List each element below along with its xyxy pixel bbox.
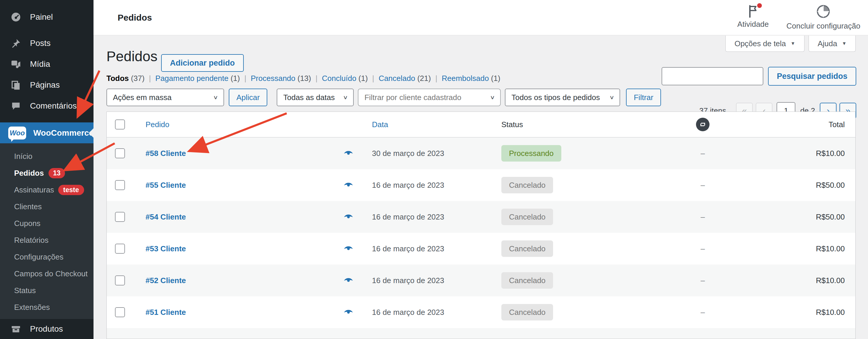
order-date: 16 de março de 2023 — [366, 181, 490, 190]
order-row: #53 Cliente 16 de março de 2023 Cancelad… — [107, 233, 855, 264]
order-total: R$10.00 — [816, 244, 855, 253]
preview-eye-icon[interactable] — [343, 244, 354, 253]
order-notes: – — [701, 149, 705, 158]
submenu-item-cupons[interactable]: Cupons — [0, 215, 93, 232]
sidebar-item-label: Painel — [30, 12, 53, 22]
filter-button[interactable]: Filtrar — [626, 89, 661, 106]
row-checkbox[interactable] — [115, 276, 125, 285]
preview-eye-icon[interactable] — [343, 180, 354, 190]
filter-pagamento-pendente[interactable]: Pagamento pendente (1) — [155, 74, 240, 83]
preview-eye-icon[interactable] — [343, 212, 354, 222]
add-order-button[interactable]: Adicionar pedido — [161, 54, 244, 72]
preview-eye-icon[interactable] — [343, 308, 354, 317]
select-all-checkbox[interactable] — [115, 119, 125, 130]
next-row-partial — [107, 328, 855, 339]
help-tab[interactable]: Ajuda ▼ — [809, 36, 856, 52]
customer-filter-select[interactable]: Filtrar por cliente cadastrado ∨ — [358, 89, 501, 106]
row-checkbox[interactable] — [115, 307, 125, 317]
order-total: R$10.00 — [816, 276, 855, 285]
sidebar-item-painel[interactable]: Painel — [0, 6, 93, 27]
finish-setup-button[interactable]: Concluir configuração — [786, 4, 860, 31]
status-badge: Cancelado — [501, 304, 553, 320]
activity-button[interactable]: Atividade — [738, 4, 769, 31]
chevron-down-icon: ∨ — [213, 94, 218, 101]
submenu-item-clientes[interactable]: Clientes — [0, 198, 93, 215]
row-checkbox[interactable] — [115, 148, 125, 158]
order-link[interactable]: #53 Cliente — [146, 244, 331, 253]
pin-icon — [10, 38, 22, 48]
order-notes: – — [701, 213, 705, 222]
order-link[interactable]: #54 Cliente — [146, 213, 331, 222]
bulk-actions-select[interactable]: Ações em massa ∨ — [106, 89, 224, 106]
order-search: Pesquisar pedidos — [661, 67, 856, 86]
screen-options-tab[interactable]: Opções de tela ▼ — [725, 36, 805, 52]
search-input[interactable] — [661, 67, 763, 85]
screen-title: Pedidos — [118, 13, 152, 23]
submenu-item-configuracoes[interactable]: Configurações — [0, 249, 93, 265]
submenu-item-relatorios[interactable]: Relatórios — [0, 232, 93, 249]
submenu-item-campos-checkout[interactable]: Campos do Checkout — [0, 265, 93, 282]
submenu-item-assinaturas[interactable]: Assinaturasteste — [0, 181, 93, 198]
row-checkbox[interactable] — [115, 180, 125, 190]
order-notes: – — [701, 276, 705, 285]
current-menu-notch — [84, 128, 93, 138]
chevron-down-icon: ▼ — [842, 41, 846, 46]
assinaturas-teste-badge: teste — [58, 185, 84, 195]
order-date: 16 de março de 2023 — [366, 244, 490, 253]
header-actions: Atividade Concluir configuração — [738, 4, 860, 31]
status-badge: Cancelado — [501, 241, 553, 257]
order-link[interactable]: #55 Cliente — [146, 181, 331, 190]
column-header-status: Status — [490, 120, 654, 129]
preview-eye-icon[interactable] — [343, 276, 354, 285]
search-orders-button[interactable]: Pesquisar pedidos — [768, 67, 856, 86]
column-header-order[interactable]: Pedido — [146, 120, 331, 129]
woocommerce-logo-icon: Woo — [8, 126, 26, 140]
sidebar-item-label: Posts — [30, 38, 51, 48]
order-link[interactable]: #58 Cliente — [146, 149, 331, 158]
order-row: #58 Cliente 30 de março de 2023 Processa… — [107, 137, 855, 169]
column-header-total[interactable]: Total — [829, 120, 855, 129]
order-total: R$50.00 — [816, 181, 855, 190]
row-checkbox[interactable] — [115, 244, 125, 254]
filter-todos[interactable]: Todos (37) — [106, 74, 145, 83]
table-header-row: Pedido Data Status Total — [107, 112, 855, 137]
sidebar-item-produtos[interactable]: Produtos — [0, 319, 93, 339]
pages-icon — [10, 80, 22, 90]
filter-concluido[interactable]: Concluído (1) — [322, 74, 368, 83]
order-notes: – — [701, 308, 705, 317]
sidebar-item-comentarios[interactable]: Comentários — [0, 95, 93, 116]
order-types-select[interactable]: Todos os tipos de pedidos ∨ — [505, 89, 620, 106]
setup-progress-icon — [816, 4, 830, 20]
sidebar-item-midia[interactable]: Mídia — [0, 54, 93, 75]
filter-reembolsado[interactable]: Reembolsado (1) — [442, 74, 500, 83]
sidebar-item-label: Páginas — [30, 80, 60, 90]
sidebar-item-woocommerce[interactable]: Woo WooCommerce — [0, 122, 93, 143]
submenu-item-extensoes[interactable]: Extensões — [0, 299, 93, 316]
status-badge: Cancelado — [501, 177, 553, 193]
preview-eye-icon[interactable] — [343, 149, 354, 158]
flag-icon — [747, 4, 759, 18]
submenu-item-status[interactable]: Status — [0, 282, 93, 299]
column-header-date[interactable]: Data — [366, 120, 490, 129]
page-title: Pedidos — [106, 50, 157, 63]
submenu-item-pedidos[interactable]: Pedidos13 — [0, 165, 93, 181]
dates-filter-select[interactable]: Todas as datas ∨ — [277, 89, 354, 106]
submenu-item-inicio[interactable]: Início — [0, 148, 93, 165]
order-link[interactable]: #52 Cliente — [146, 276, 331, 285]
filter-processando[interactable]: Processando (13) — [251, 74, 311, 83]
sidebar-item-paginas[interactable]: Páginas — [0, 75, 93, 95]
order-status-filters: Todos (37) | Pagamento pendente (1) | Pr… — [106, 74, 500, 83]
sidebar-item-label: Mídia — [30, 59, 50, 69]
order-date: 30 de março de 2023 — [366, 149, 490, 158]
screen-meta-links: Opções de tela ▼ Ajuda ▼ — [725, 36, 856, 52]
woocommerce-submenu: Início Pedidos13 Assinaturasteste Client… — [0, 143, 93, 319]
admin-menu: Painel Posts Mídia Páginas Comentários — [0, 0, 93, 116]
order-row: #54 Cliente 16 de março de 2023 Cancelad… — [107, 201, 855, 233]
apply-button[interactable]: Aplicar — [229, 89, 267, 106]
row-checkbox[interactable] — [115, 212, 125, 222]
status-badge: Cancelado — [501, 209, 553, 225]
order-link[interactable]: #51 Cliente — [146, 308, 331, 317]
sidebar-item-posts[interactable]: Posts — [0, 33, 93, 54]
filter-cancelado[interactable]: Cancelado (21) — [379, 74, 431, 83]
order-row: #51 Cliente 16 de março de 2023 Cancelad… — [107, 296, 855, 328]
